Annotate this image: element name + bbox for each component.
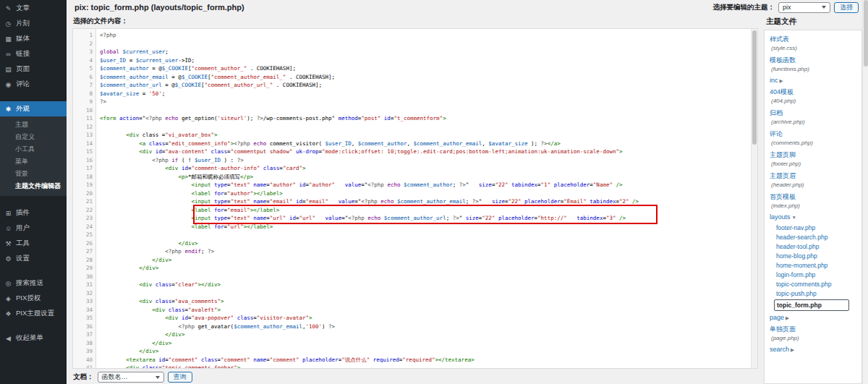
file-item[interactable]: login-form.php (770, 271, 859, 278)
code-line[interactable]: <div class="ava_comments"> (100, 297, 757, 306)
code-line[interactable]: <form action="<?php echo get_option('sit… (100, 114, 757, 123)
code-line[interactable]: <a class="edit_comment_info"><?php echo … (100, 140, 757, 148)
sidebar-item-moments[interactable]: ◷片刻 (0, 16, 67, 31)
code-line[interactable]: <div class="avaleft"> (100, 306, 757, 315)
submenu-item[interactable]: 菜单 (0, 155, 67, 168)
code-line[interactable]: </div> (100, 264, 757, 273)
code-line[interactable] (100, 289, 757, 298)
file-item[interactable]: home-blog.php (770, 252, 859, 260)
file-item[interactable]: topic-push.php (770, 290, 859, 297)
file-item[interactable]: 404模板(404.php) (770, 88, 859, 104)
code-line[interactable]: <?php (100, 31, 757, 40)
file-item[interactable]: 归档(archive.php) (770, 108, 859, 125)
file-item[interactable]: 样式表(style.css) (770, 35, 859, 51)
code-line[interactable]: </div> (100, 256, 757, 265)
sidebar-item-users[interactable]: ☺用户 (0, 221, 67, 236)
file-item[interactable]: 主题页眉(header.php) (770, 171, 859, 188)
file-item[interactable]: header-search.php (770, 234, 859, 241)
file-item[interactable]: topic_form.php (774, 299, 849, 311)
submenu-item[interactable]: 主题 (0, 119, 67, 131)
code-line[interactable]: <input type="text" name="author" id="aut… (100, 181, 757, 189)
file-item[interactable]: header-tool.php (770, 243, 859, 250)
submenu-item[interactable]: 主题文件编辑器 (0, 180, 67, 192)
doc-function-select[interactable]: 函数名… (98, 372, 164, 383)
theme-select-button[interactable]: 选择 (834, 2, 859, 13)
code-content[interactable]: <?php global $current_user;$user_ID = $c… (96, 29, 757, 368)
code-line[interactable]: $user_ID = $current_user->ID; (100, 56, 757, 65)
line-number: 7 (73, 81, 93, 90)
sidebar-item-pix-theme-settings[interactable]: ❖PIX主题设置 (0, 306, 67, 321)
sidebar-item-comments[interactable]: ◉评论 (0, 77, 67, 92)
editor-scrollbar-thumb[interactable] (752, 30, 757, 145)
code-line[interactable] (100, 40, 757, 48)
code-line[interactable]: $comment_author = @$_COOKIE["comment_aut… (100, 64, 757, 73)
code-line[interactable]: $comment_author_url = @$_COOKIE["comment… (100, 81, 757, 90)
submenu-item[interactable]: 背景 (0, 168, 67, 180)
sidebar-item-pages[interactable]: ▤页面 (0, 61, 67, 77)
code-line[interactable]: </div> (100, 239, 757, 248)
sidebar-item-tools[interactable]: ⚒工具 (0, 236, 67, 251)
folder-layouts[interactable]: layouts▼ (770, 213, 859, 221)
code-line[interactable]: <label for="email"></label> (100, 206, 757, 215)
code-line[interactable]: <?php endif; ?> (100, 247, 757, 256)
file-item[interactable]: 首页模板(index.php) (770, 192, 859, 209)
page-scrollbar-thumb[interactable] (864, 0, 868, 67)
sidebar-item-appearance[interactable]: ✱外观 (0, 101, 67, 116)
code-line[interactable]: <input type="text" name="url" id="url" v… (100, 214, 757, 223)
submenu-item[interactable]: 自定义 (0, 131, 67, 143)
users-icon: ☺ (4, 225, 12, 232)
code-line[interactable]: <div id="comment-author-info" class="car… (100, 164, 757, 173)
code-line[interactable]: <input type="text" name="email" id="emai… (100, 197, 757, 206)
code-line[interactable]: global $current_user; (100, 48, 757, 56)
code-line[interactable]: <textarea id="comment" class="comment" n… (100, 356, 757, 364)
code-editor[interactable]: 1234567891011121314151617181920212223242… (72, 28, 758, 369)
sidebar-item-posts[interactable]: ✎文章 (0, 1, 67, 16)
code-line[interactable]: <div id="ava-content" class="commentput … (100, 148, 757, 156)
code-line[interactable]: <div class ="vi_avatar_box"> (100, 131, 757, 140)
code-line[interactable]: <?php get_avatar($comment_author_email,'… (100, 323, 757, 331)
code-line[interactable]: </div> (100, 330, 757, 339)
doc-lookup-button[interactable]: 查询 (168, 372, 192, 383)
file-item[interactable]: 评论(comments.php) (770, 129, 859, 146)
code-line[interactable]: <?php if ( ! $user_ID ) : ?> (100, 156, 757, 165)
file-item[interactable]: 主题页脚(footer.php) (770, 150, 859, 167)
folder-search[interactable]: search▶ (770, 346, 859, 353)
code-line[interactable] (100, 231, 757, 239)
file-item[interactable]: 单独页面(page.php) (770, 325, 859, 341)
code-line[interactable]: $comment_author_email = @$_COOKIE["comme… (100, 73, 757, 82)
submenu-item[interactable]: 小工具 (0, 143, 67, 155)
page-scrollbar[interactable] (862, 0, 868, 384)
code-line[interactable]: <label for="url"></label> (100, 223, 757, 231)
chevron-down-icon (822, 6, 826, 11)
code-line[interactable]: ?> (100, 98, 757, 106)
line-number: 17 (73, 164, 93, 173)
sidebar-item-settings[interactable]: ⚙设置 (0, 251, 67, 266)
code-line[interactable]: <p>*邮箱和昵称必须填写</p> (100, 173, 757, 182)
folder-page[interactable]: page▶ (770, 314, 859, 321)
sidebar-item-label: 链接 (16, 49, 30, 59)
sidebar-item-media[interactable]: ▦媒体 (0, 31, 67, 46)
code-line[interactable] (100, 106, 757, 115)
sidebar-item-links[interactable]: ∞链接 (0, 46, 67, 61)
code-line[interactable]: <div class="clear"></div> (100, 281, 757, 289)
sidebar-item-collapse-menu[interactable]: ◀收起菜单 (0, 330, 67, 346)
file-item[interactable]: topic-comments.php (770, 281, 859, 288)
file-item[interactable]: home-moment.php (770, 262, 859, 269)
sidebar-item-search-push[interactable]: ◎搜索推送 (0, 276, 67, 291)
code-line[interactable]: </div> (100, 347, 757, 356)
code-line[interactable]: <div class="topic_comments_foobar"> (100, 364, 757, 368)
code-line[interactable]: <div id="ava-popover" class="visitor-ava… (100, 314, 757, 323)
posts-icon: ✎ (4, 5, 12, 12)
code-line[interactable]: </div> (100, 339, 757, 348)
code-line[interactable] (100, 123, 757, 132)
code-line[interactable] (100, 273, 757, 281)
folder-inc[interactable]: inc▶ (770, 77, 859, 84)
sidebar-item-pix-license[interactable]: ◈PIX授权 (0, 291, 67, 306)
theme-select[interactable]: pix (778, 2, 830, 13)
code-line[interactable]: $avatar_size = '50'; (100, 90, 757, 98)
editor-scrollbar[interactable] (751, 29, 757, 368)
code-line[interactable]: <label for="author"></label> (100, 189, 757, 198)
sidebar-item-plugins[interactable]: ⊞插件 (0, 205, 67, 221)
file-item[interactable]: footer-nav.php (770, 224, 859, 231)
file-item[interactable]: 模板函数(functions.php) (770, 56, 859, 72)
